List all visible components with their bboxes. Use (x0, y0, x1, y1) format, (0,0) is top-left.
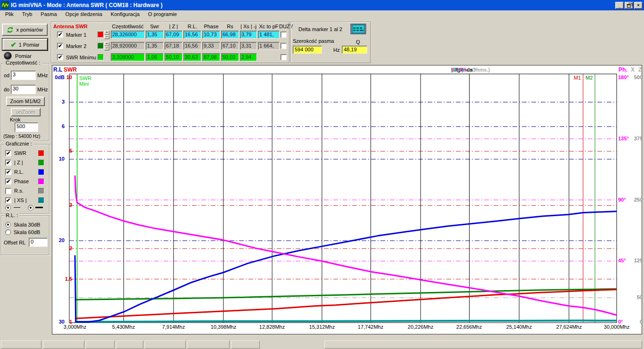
menu-item-opcje-śledzenia[interactable]: Opcje śledzenia (61, 11, 107, 18)
scale-60db-radio[interactable] (5, 229, 11, 235)
multi-measure-button[interactable]: x pomiarów (2, 24, 48, 36)
swr-tick-label: 1.5 (65, 276, 72, 282)
app-window: IG miniVNA - Mode : Antenna SWR ( COM18 … (0, 0, 644, 349)
freq-to-label: do (4, 87, 9, 92)
single-measure-label: 1 Pomiar (19, 42, 40, 48)
close-button[interactable]: × (634, 2, 643, 9)
trace-color-swatch (38, 197, 44, 203)
trace-checkbox-0[interactable]: ✔ (5, 150, 11, 156)
trace-label: R.L. (14, 169, 24, 175)
taskbar-button[interactable] (231, 341, 260, 349)
trace-label: Phase (14, 179, 29, 184)
trace-checkbox-4[interactable] (5, 188, 11, 194)
trace-checkbox-2[interactable]: ✔ (5, 169, 11, 175)
multi-measure-label: x pomiarów (16, 27, 42, 32)
calculator-icon[interactable] (350, 24, 366, 35)
offset-rl-label: Offset RL (4, 240, 25, 245)
x-tick-label: 3,000Mhz (55, 324, 95, 330)
marker-row-checkbox[interactable]: ✔ (57, 43, 63, 49)
marker-spinner[interactable]: +− (104, 42, 109, 50)
freq-from-input[interactable]: 3 (11, 71, 36, 80)
taskbar-button[interactable] (43, 341, 84, 349)
trace-color-swatch (38, 179, 44, 185)
taskbar-button[interactable] (86, 341, 115, 349)
swr-min-label-2: Mini (79, 81, 89, 87)
taskbar-button[interactable] (1, 341, 41, 349)
trace-checkbox-1[interactable]: ✔ (5, 160, 11, 166)
taskbar-button[interactable] (116, 341, 143, 349)
menubar: PlikTrybPasmaOpcje śledzeniaKonfiguracja… (0, 10, 644, 19)
curve-xs (75, 321, 617, 322)
rl-tick-label: 3 (53, 99, 65, 105)
freq-from-label: od (4, 73, 9, 78)
menu-item-konfiguracja[interactable]: Konfiguracja (107, 11, 144, 18)
menu-item-o-programie[interactable]: O programie (144, 11, 181, 18)
delta-panel: Delta marker 1 al 2 Szerokość pasma Q 59… (290, 22, 371, 63)
step-input[interactable]: 500 (15, 122, 38, 132)
marker-row-checkbox[interactable]: ✔ (57, 54, 63, 60)
refresh-icon (7, 26, 14, 33)
minimize-button[interactable]: _ (615, 2, 624, 9)
marker-color-swatch (98, 43, 104, 49)
measure-led-label: Pomiar (15, 53, 32, 59)
rl-tick-label: 20 (53, 237, 65, 243)
line-thick-radio[interactable] (28, 205, 33, 211)
spin-down-icon[interactable]: − (104, 46, 109, 50)
marker-value-field: 87,98 (202, 53, 220, 61)
marker-big-checkbox[interactable] (281, 32, 287, 38)
marker-row-checkbox[interactable]: ✔ (57, 32, 63, 38)
taskbar-button[interactable] (187, 341, 230, 349)
line-thin-radio[interactable] (5, 205, 11, 211)
z-tick-label: 500 (629, 74, 643, 80)
x-tick-label: 22,656Mhz (449, 324, 489, 330)
marker-value-field: 1 664, (258, 42, 280, 50)
scale-60db-label: Skala 60dB (14, 229, 40, 235)
column-header: Phase (202, 24, 220, 29)
marker-row-label: Marker 1 (66, 32, 86, 38)
x-tick-label: 20,226Mhz (401, 324, 440, 330)
marker-value-field: 28,326000 (111, 31, 145, 39)
phase-tick-label: 90° (618, 197, 626, 203)
x-tick-label: 10,398Mhz (204, 324, 243, 330)
measure-led (4, 52, 12, 60)
marker-color-swatch (98, 32, 104, 38)
phase-tick-label: 135° (618, 136, 629, 141)
zoom-m1-m2-button[interactable]: Zoom M1/M2 (6, 97, 45, 106)
taskbar-button[interactable] (145, 341, 186, 349)
swr-tick-label: 5 (65, 148, 72, 154)
marker-panel-title: Antenna SWR (53, 24, 88, 29)
menu-item-plik[interactable]: Plik (1, 11, 18, 18)
marker-big-checkbox[interactable] (281, 54, 287, 60)
marker-spinner[interactable]: +− (104, 31, 109, 39)
marker-color-swatch (98, 54, 104, 60)
z-tick-label: 250 (629, 197, 643, 203)
scale-30db-radio[interactable] (5, 222, 11, 227)
offset-rl-input[interactable]: 0 (29, 238, 48, 247)
trace-checkbox-3[interactable]: ✔ (5, 179, 11, 185)
menu-item-tryb[interactable]: Tryb (18, 11, 37, 18)
unzoom-button[interactable]: unZoom (11, 108, 41, 116)
trace-label: R.s. (14, 188, 24, 194)
marker-value-field: 1 481, (258, 31, 280, 39)
freq-from-unit: MHz (37, 73, 48, 78)
marker-big-checkbox[interactable] (281, 43, 287, 49)
freq-to-input[interactable]: 30 (11, 85, 36, 94)
x-tick-label: 7,914Mhz (154, 324, 193, 330)
column-header: R.L. (183, 24, 201, 29)
menu-item-pasma[interactable]: Pasma (36, 11, 61, 18)
marker-value-field: 50,10 (165, 53, 182, 61)
delta-title: Delta marker 1 al 2 (298, 26, 342, 32)
single-measure-button[interactable]: ✔ 1 Pomiar (2, 39, 48, 50)
marker-value-field: 66,98 (221, 31, 239, 39)
column-header: Rs (221, 24, 239, 29)
x-tick-label: 12,828Mhz (252, 324, 292, 330)
x-tick-label: 15,312Mhz (302, 324, 342, 330)
bandwidth-label: Szerokość pasma (293, 38, 334, 44)
spin-down-icon[interactable]: − (104, 35, 109, 39)
x-tick-label: 27,624Mhz (549, 324, 589, 330)
trace-checkbox-5[interactable]: ✔ (5, 197, 11, 203)
marker-value-field: 10,73 (202, 31, 220, 39)
marker-value-field: 67,10 (221, 42, 239, 50)
restore-button[interactable] (625, 2, 633, 9)
q-value: 48,19 (342, 46, 367, 54)
